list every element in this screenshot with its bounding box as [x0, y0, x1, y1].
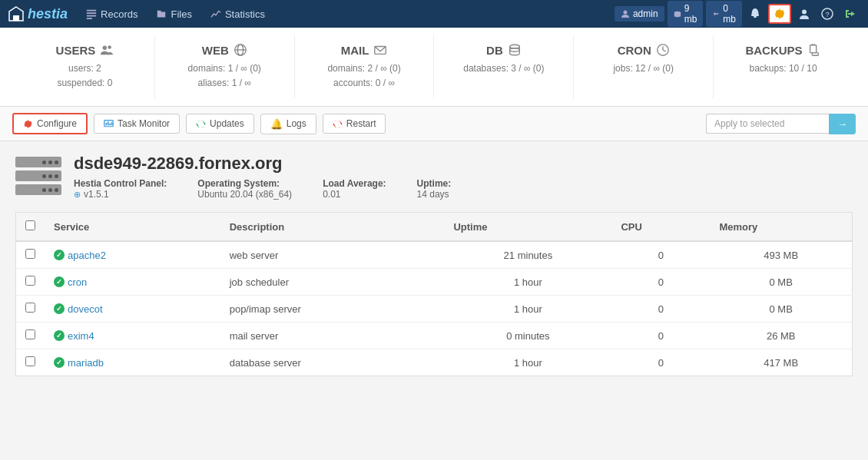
service-name-cell: apache2 [45, 241, 220, 269]
stat-mail: MAIL domains: 2 / ∞ (0) accounts: 0 / ∞ [295, 35, 435, 98]
service-cpu-dovecot: 0 [611, 296, 710, 323]
table-row: exim4 mail server 0 minutes 0 26 MB [16, 323, 853, 349]
updates-button[interactable]: Updates [186, 114, 254, 134]
stat-db: DB databases: 3 / ∞ (0) [434, 35, 574, 98]
service-memory-apache2: 493 MB [710, 241, 852, 269]
action-bar: Configure Task Monitor Updates 🔔 Logs Re… [0, 107, 868, 141]
service-description-apache2: web server [220, 241, 445, 269]
svg-rect-5 [87, 18, 92, 19]
svg-rect-1 [13, 15, 19, 21]
svg-rect-2 [87, 10, 96, 12]
svg-rect-10 [754, 16, 757, 18]
service-name-cell: cron [45, 269, 220, 296]
service-table: Service Description Uptime CPU Memory ap… [15, 212, 853, 376]
app-logo: hestia [8, 5, 68, 22]
logout-button[interactable] [840, 5, 860, 22]
table-row: apache2 web server 21 minutes 0 493 MB [16, 241, 853, 269]
service-name-cell: mariadb [45, 349, 220, 376]
row-checkbox-dovecot[interactable] [25, 303, 35, 313]
col-description: Description [220, 213, 445, 242]
row-checkbox-cron[interactable] [25, 276, 35, 286]
nav-records[interactable]: Records [78, 5, 145, 23]
stat-web: WEB domains: 1 / ∞ (0) aliases: 1 / ∞ [155, 35, 295, 98]
disk-badge: 9 mb [668, 1, 704, 27]
svg-point-12 [802, 10, 807, 15]
service-uptime-mariadb: 1 hour [444, 349, 611, 376]
row-checkbox-cell [16, 269, 45, 296]
service-cpu-exim4: 0 [611, 323, 710, 349]
row-checkbox-exim4[interactable] [25, 329, 35, 339]
server-icon [15, 157, 61, 195]
service-link-cron[interactable]: cron [68, 276, 87, 288]
col-service: Service [45, 213, 220, 242]
row-checkbox-mariadb[interactable] [25, 356, 35, 366]
service-uptime-exim4: 0 minutes [444, 323, 611, 349]
row-checkbox-apache2[interactable] [25, 249, 35, 259]
logs-button[interactable]: 🔔 Logs [260, 114, 316, 134]
table-row: cron job scheduler 1 hour 0 0 MB [16, 269, 853, 296]
svg-line-25 [663, 50, 666, 51]
select-all-checkbox[interactable] [25, 220, 35, 230]
table-row: dovecot pop/imap server 1 hour 0 0 MB [16, 296, 853, 323]
svg-rect-33 [108, 121, 109, 125]
settings-button[interactable] [768, 4, 791, 24]
row-checkbox-cell [16, 323, 45, 349]
status-icon-apache2 [54, 250, 65, 260]
status-icon-mariadb [54, 357, 65, 368]
service-link-exim4[interactable]: exim4 [68, 330, 94, 342]
col-checkbox [16, 213, 45, 242]
configure-button[interactable]: Configure [12, 113, 88, 134]
task-monitor-button[interactable]: Task Monitor [94, 114, 180, 134]
stats-bar: USERS users: 2 suspended: 0 WEB domains:… [0, 28, 868, 107]
os-info: Operating System: Ubuntu 20.04 (x86_64) [197, 178, 292, 200]
apply-select-dropdown[interactable]: Apply to selected [706, 114, 829, 134]
service-memory-dovecot: 0 MB [710, 296, 852, 323]
topnav-right: admin 9 mb 0 mb ? [615, 1, 860, 27]
nav-files[interactable]: Files [148, 5, 199, 23]
service-cpu-cron: 0 [611, 269, 710, 296]
service-name-cell: exim4 [45, 323, 220, 349]
svg-rect-34 [109, 124, 111, 125]
row-checkbox-cell [16, 349, 45, 376]
stat-cron: CRON jobs: 12 / ∞ (0) [574, 35, 714, 98]
service-description-cron: job scheduler [220, 269, 445, 296]
status-icon-exim4 [54, 330, 65, 341]
service-description-mariadb: database server [220, 349, 445, 376]
notifications-button[interactable] [745, 5, 765, 22]
service-link-mariadb[interactable]: mariadb [68, 357, 104, 369]
service-description-exim4: mail server [220, 323, 445, 349]
load-info: Load Average: 0.01 [323, 178, 386, 200]
service-memory-mariadb: 417 MB [710, 349, 852, 376]
server-details: dsde949-22869.fornex.org Hestia Control … [74, 154, 451, 200]
service-cpu-apache2: 0 [611, 241, 710, 269]
service-link-apache2[interactable]: apache2 [68, 250, 106, 261]
svg-rect-26 [810, 45, 816, 53]
col-cpu: CPU [611, 213, 710, 242]
service-link-dovecot[interactable]: dovecot [68, 303, 103, 315]
row-checkbox-cell [16, 241, 45, 269]
uptime-info: Uptime: 14 days [417, 178, 452, 200]
svg-point-9 [674, 12, 680, 14]
service-memory-cron: 0 MB [710, 269, 852, 296]
svg-point-15 [103, 46, 107, 50]
apply-to-selected[interactable]: Apply to selected → [706, 114, 856, 134]
topnav: hestia Records Files Statistics admin 9 … [0, 0, 868, 28]
col-uptime: Uptime [444, 213, 611, 242]
svg-point-16 [108, 45, 112, 49]
svg-rect-35 [111, 122, 113, 125]
hestia-version-info: Hestia Control Panel: ⊕ v1.5.1 [74, 178, 167, 200]
status-icon-cron [54, 276, 65, 287]
profile-button[interactable] [794, 5, 814, 22]
service-table-body: apache2 web server 21 minutes 0 493 MB c… [16, 241, 853, 376]
help-button[interactable]: ? [817, 5, 837, 22]
restart-button[interactable]: Restart [323, 114, 386, 134]
bandwidth-badge: 0 mb [706, 1, 742, 27]
stat-backups: BACKUPS backups: 10 / 10 [714, 35, 853, 98]
stat-users: USERS users: 2 suspended: 0 [15, 35, 155, 98]
table-header-row: Service Description Uptime CPU Memory [16, 213, 853, 242]
nav-statistics[interactable]: Statistics [203, 5, 273, 23]
apply-arrow-button[interactable]: → [829, 114, 856, 134]
service-memory-exim4: 26 MB [710, 323, 852, 349]
service-uptime-apache2: 21 minutes [444, 241, 611, 269]
admin-badge: admin [615, 6, 664, 22]
